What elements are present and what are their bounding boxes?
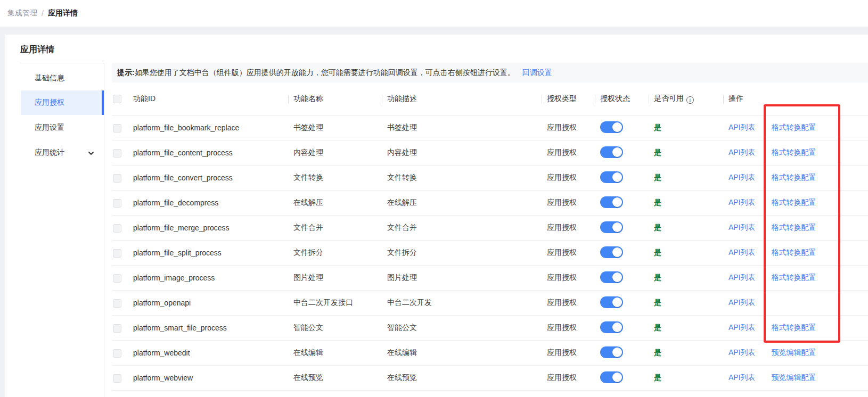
api-list-link[interactable]: API列表 bbox=[728, 348, 756, 358]
auth-status-toggle[interactable] bbox=[600, 171, 623, 183]
api-list-link[interactable]: API列表 bbox=[728, 273, 756, 283]
select-all-checkbox[interactable] bbox=[113, 95, 121, 103]
config-link[interactable]: 格式转换配置 bbox=[772, 173, 816, 183]
auth-status-toggle[interactable] bbox=[600, 221, 623, 233]
auth-type: 应用授权 bbox=[542, 223, 595, 233]
feature-id: platform_file_convert_process bbox=[128, 173, 288, 182]
auth-type: 应用授权 bbox=[542, 373, 595, 383]
feature-name: 图片处理 bbox=[288, 273, 382, 283]
auth-status-toggle[interactable] bbox=[600, 196, 623, 208]
table-row: platform_openapi 中台二次开发接口 中台二次开发 应用授权 是 … bbox=[112, 291, 868, 316]
auth-type: 应用授权 bbox=[542, 173, 595, 183]
api-list-link[interactable]: API列表 bbox=[728, 373, 756, 383]
row-checkbox[interactable] bbox=[113, 249, 121, 258]
toggle-knob bbox=[612, 222, 622, 232]
sidebar-item-app-statistics[interactable]: 应用统计 bbox=[21, 140, 104, 165]
table-row: platform_file_merge_process 文件合并 文件合并 应用… bbox=[112, 216, 868, 241]
feature-desc: 中台二次开发 bbox=[382, 298, 542, 308]
api-list-link[interactable]: API列表 bbox=[728, 248, 756, 258]
table-row: platform_smart_file_process 智能公文 智能公文 应用… bbox=[112, 316, 868, 341]
toggle-knob bbox=[612, 247, 622, 257]
available-value: 是 bbox=[649, 348, 723, 358]
auth-status-toggle[interactable] bbox=[600, 146, 623, 158]
row-checkbox[interactable] bbox=[113, 374, 121, 383]
available-value: 是 bbox=[649, 223, 723, 233]
table-row: platform_file_split_process 文件拆分 文件拆分 应用… bbox=[112, 241, 868, 266]
breadcrumb-link-integration[interactable]: 集成管理 bbox=[7, 9, 37, 18]
top-bar: 集成管理 / 应用详情 bbox=[0, 0, 868, 27]
auth-status-toggle[interactable] bbox=[600, 246, 623, 258]
row-checkbox[interactable] bbox=[113, 224, 121, 233]
feature-desc: 文件拆分 bbox=[382, 248, 542, 258]
callback-notice-bar: 提示: 如果您使用了文档中台（组件版）应用提供的开放能力，您可能需要进行功能回调… bbox=[112, 63, 868, 82]
feature-name: 文件拆分 bbox=[288, 248, 382, 258]
info-icon[interactable]: i bbox=[686, 96, 694, 104]
sidebar-item-label: 应用统计 bbox=[35, 148, 64, 158]
api-list-link[interactable]: API列表 bbox=[728, 323, 756, 333]
config-link[interactable]: 格式转换配置 bbox=[772, 123, 816, 133]
feature-id: platform_file_split_process bbox=[128, 249, 288, 257]
row-checkbox[interactable] bbox=[113, 324, 121, 333]
row-checkbox[interactable] bbox=[113, 149, 121, 158]
table-row: platform_file_decompress 在线解压 在线解压 应用授权 … bbox=[112, 191, 868, 216]
row-checkbox[interactable] bbox=[113, 124, 121, 133]
auth-status-toggle[interactable] bbox=[600, 121, 623, 133]
auth-status-toggle[interactable] bbox=[600, 371, 623, 383]
config-link[interactable]: 格式转换配置 bbox=[772, 148, 816, 158]
row-checkbox[interactable] bbox=[113, 274, 121, 283]
sidebar-divider bbox=[104, 63, 104, 397]
config-link[interactable]: 格式转换配置 bbox=[772, 273, 816, 283]
feature-id: platform_webview bbox=[128, 374, 288, 382]
available-value: 是 bbox=[649, 298, 723, 308]
notice-text: 如果您使用了文档中台（组件版）应用提供的开放能力，您可能需要进行功能回调设置，可… bbox=[135, 68, 515, 78]
feature-name: 中台二次开发接口 bbox=[288, 298, 382, 308]
auth-status-toggle[interactable] bbox=[600, 346, 623, 358]
sidebar-item-app-authorization[interactable]: 应用授权 bbox=[21, 90, 104, 115]
config-link[interactable]: 格式转换配置 bbox=[772, 198, 816, 208]
auth-status-toggle[interactable] bbox=[600, 271, 623, 283]
row-checkbox[interactable] bbox=[113, 299, 121, 308]
available-value: 是 bbox=[649, 198, 723, 208]
feature-name: 在线解压 bbox=[288, 198, 382, 208]
sidebar-item-app-settings[interactable]: 应用设置 bbox=[21, 115, 104, 140]
feature-desc: 内容处理 bbox=[382, 148, 542, 158]
table-row: platform_image_process 图片处理 图片处理 应用授权 是 … bbox=[112, 266, 868, 291]
api-list-link[interactable]: API列表 bbox=[728, 223, 756, 233]
feature-desc: 在线预览 bbox=[382, 373, 542, 383]
feature-name: 文件转换 bbox=[288, 173, 382, 183]
feature-desc: 在线解压 bbox=[382, 198, 542, 208]
sidebar-item-label: 基础信息 bbox=[35, 73, 64, 83]
header-auth-status: 授权状态 bbox=[595, 94, 649, 104]
callback-settings-link[interactable]: 回调设置 bbox=[522, 68, 552, 78]
config-link[interactable]: 预览编辑配置 bbox=[772, 348, 816, 358]
toggle-knob bbox=[612, 373, 622, 382]
feature-name: 在线编辑 bbox=[288, 348, 382, 358]
api-list-link[interactable]: API列表 bbox=[728, 298, 756, 308]
config-link[interactable]: 格式转换配置 bbox=[772, 223, 816, 233]
feature-name: 在线预览 bbox=[288, 373, 382, 383]
auth-type: 应用授权 bbox=[542, 273, 595, 283]
sidebar-item-label: 应用授权 bbox=[35, 98, 64, 107]
config-link[interactable]: 格式转换配置 bbox=[772, 248, 816, 258]
header-auth-type: 授权类型 bbox=[542, 94, 595, 104]
api-list-link[interactable]: API列表 bbox=[728, 123, 756, 133]
available-value: 是 bbox=[649, 148, 723, 158]
auth-type: 应用授权 bbox=[542, 148, 595, 158]
api-list-link[interactable]: API列表 bbox=[728, 148, 756, 158]
config-link[interactable]: 预览编辑配置 bbox=[772, 373, 816, 383]
feature-id: platform_smart_file_process bbox=[128, 324, 288, 332]
row-checkbox[interactable] bbox=[113, 349, 121, 358]
auth-type: 应用授权 bbox=[542, 348, 595, 358]
config-link[interactable]: 格式转换配置 bbox=[772, 323, 816, 333]
sidebar-item-basic-info[interactable]: 基础信息 bbox=[21, 66, 104, 90]
row-checkbox[interactable] bbox=[113, 174, 121, 183]
feature-desc: 图片处理 bbox=[382, 273, 542, 283]
auth-status-toggle[interactable] bbox=[600, 296, 623, 308]
api-list-link[interactable]: API列表 bbox=[728, 198, 756, 208]
row-checkbox[interactable] bbox=[113, 199, 121, 208]
api-list-link[interactable]: API列表 bbox=[728, 173, 756, 183]
title-divider bbox=[20, 63, 104, 63]
feature-id: platform_openapi bbox=[128, 299, 288, 307]
table-row: platform_file_content_process 内容处理 内容处理 … bbox=[112, 140, 868, 166]
auth-status-toggle[interactable] bbox=[600, 321, 623, 333]
